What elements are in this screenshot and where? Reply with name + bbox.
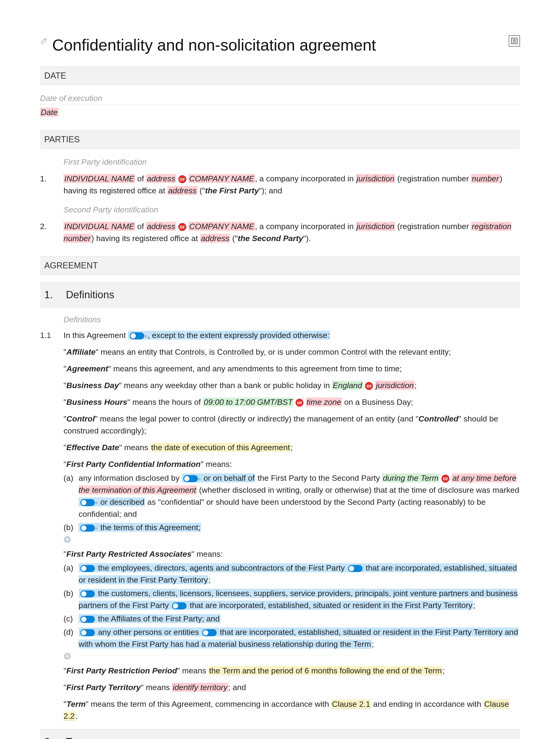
defn-term: Business Day <box>66 381 119 390</box>
option[interactable]: time zone <box>306 398 342 407</box>
party-row: First Party identification <box>63 156 520 170</box>
address-placeholder[interactable]: address <box>167 186 197 195</box>
definition: "Term" means the term of this Agreement,… <box>63 698 520 722</box>
party-comment: Second Party identification <box>63 204 520 216</box>
date-comment: Date of execution <box>40 92 520 104</box>
party-num: 2. <box>40 220 54 244</box>
party-row: Second Party identification <box>63 204 520 217</box>
date-placeholder[interactable]: Date <box>40 108 58 117</box>
jurisdiction-placeholder[interactable]: jurisdiction <box>356 222 395 231</box>
company-placeholder[interactable]: COMPANY NAME <box>188 174 255 183</box>
party-row: 2. INDIVIDUAL NAME of address or COMPANY… <box>40 220 520 244</box>
or-chip[interactable]: or <box>441 475 449 483</box>
definition: "Business Hours" means the hours of 09:0… <box>63 396 520 408</box>
option[interactable]: jurisdiction <box>375 381 415 390</box>
list-label: (a) <box>63 472 75 520</box>
option[interactable]: during the Term <box>382 473 439 482</box>
section-agreement-label: AGREEMENT <box>40 256 520 275</box>
definition: "Effective Date" means the date of execu… <box>63 441 520 453</box>
document-title: Confidentiality and non-solicitation agr… <box>52 33 376 57</box>
toggle-arrow-icon: ▸ <box>95 524 98 532</box>
add-item-icon[interactable] <box>63 536 71 543</box>
option[interactable]: England <box>332 381 363 390</box>
defn-term: Affiliate <box>66 347 96 356</box>
sub-num: 1.1 <box>40 329 54 341</box>
definition: "First Party Territory" means identify t… <box>63 682 520 693</box>
territory-placeholder[interactable]: identify territory <box>172 683 228 692</box>
party-role: the First Party <box>205 186 259 195</box>
or-chip[interactable]: or <box>178 223 186 231</box>
party-row: 1. INDIVIDUAL NAME of address or COMPANY… <box>40 173 520 197</box>
address-placeholder[interactable]: address <box>200 234 230 243</box>
section-parties-label: PARTIES <box>40 130 520 149</box>
definition: "First Party Restricted Associates" mean… <box>63 548 520 660</box>
clause-header: 1. Definitions <box>40 282 520 307</box>
name-placeholder[interactable]: INDIVIDUAL NAME <box>63 222 135 231</box>
toggle-icon[interactable] <box>80 565 95 572</box>
list-label: (d) <box>63 626 75 650</box>
name-placeholder[interactable]: INDIVIDUAL NAME <box>63 174 135 183</box>
option[interactable]: 09:00 to 17:00 GMT/BST <box>203 398 293 407</box>
toc-icon[interactable] <box>509 35 520 46</box>
intro-text: In this Agreement <box>63 331 126 340</box>
list-label: (b) <box>63 587 75 611</box>
defn-term: First Party Restriction Period <box>66 666 177 675</box>
definition: "First Party Confidential Information" m… <box>63 458 520 543</box>
toggle-arrow-icon: ▸ <box>145 332 148 340</box>
intro-opt: , except to the extent expressly provide… <box>148 331 329 340</box>
defn-term: First Party Territory <box>66 683 141 692</box>
jurisdiction-placeholder[interactable]: jurisdiction <box>356 174 395 183</box>
clause-num: 1. <box>44 287 56 302</box>
number-placeholder[interactable]: number <box>471 174 500 183</box>
toggle-arrow-icon: ▸ <box>95 498 98 507</box>
company-placeholder[interactable]: COMPANY NAME <box>188 222 255 231</box>
definition: "Business Day" means any weekday other t… <box>63 380 520 391</box>
address-placeholder[interactable]: address <box>146 174 176 183</box>
toggle-icon[interactable] <box>80 525 95 532</box>
toggle-icon[interactable] <box>80 499 95 506</box>
toggle-icon[interactable] <box>202 629 217 636</box>
clause-header: 2. Term <box>40 729 520 739</box>
toggle-arrow-icon: ▸ <box>198 474 201 483</box>
party-num: 1. <box>40 173 54 197</box>
definition: "Agreement" means this agreement, and an… <box>63 363 520 375</box>
toggle-icon[interactable] <box>130 332 144 339</box>
toggle-icon[interactable] <box>80 590 95 597</box>
list-label: (c) <box>63 613 75 625</box>
or-chip[interactable]: or <box>178 175 186 183</box>
clause-title: Term <box>66 734 89 739</box>
clause-num: 2. <box>44 734 56 739</box>
add-item-icon[interactable] <box>63 652 71 660</box>
defn-term: Agreement <box>66 364 108 373</box>
definition: "Affiliate" means an entity that Control… <box>63 346 520 358</box>
defn-term: First Party Confidential Information <box>66 460 200 468</box>
defn-term: Business Hours <box>66 398 127 407</box>
toggle-icon[interactable] <box>80 629 95 636</box>
clause-title: Definitions <box>66 287 114 302</box>
or-chip[interactable]: or <box>295 399 303 407</box>
or-chip[interactable]: or <box>365 382 373 390</box>
defn-term: Control <box>66 414 95 423</box>
party-comment: First Party identification <box>63 156 520 168</box>
list-label: (a) <box>63 562 75 586</box>
toggle-icon[interactable] <box>80 616 95 623</box>
defn-term: Effective Date <box>66 443 119 452</box>
defn-term: First Party Restricted Associates <box>66 550 191 558</box>
address-placeholder[interactable]: address <box>146 222 176 231</box>
definition: "Control" means the legal power to contr… <box>63 413 520 437</box>
clause-comment: Definitions <box>63 313 520 325</box>
toggle-icon[interactable] <box>348 565 363 572</box>
toggle-icon[interactable] <box>183 475 198 482</box>
defn-term: Term <box>66 700 86 708</box>
list-label: (b) <box>63 522 75 534</box>
section-date-label: DATE <box>40 66 520 85</box>
definition: "First Party Restriction Period" means t… <box>63 665 520 677</box>
edit-icon[interactable] <box>40 36 48 45</box>
party-role: the Second Party <box>238 234 303 243</box>
toggle-icon[interactable] <box>172 602 186 609</box>
highlight[interactable]: the date of execution of this Agreement <box>150 443 291 452</box>
clause-ref[interactable]: Clause 2.1 <box>331 700 371 709</box>
